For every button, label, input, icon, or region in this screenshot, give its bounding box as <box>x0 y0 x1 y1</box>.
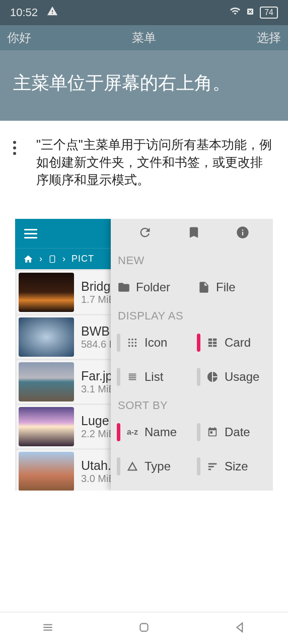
file-item[interactable]: Utah. 3.0 MiB <box>17 450 114 491</box>
file-name: BWB. <box>81 324 114 339</box>
svg-point-4 <box>135 339 137 341</box>
sort-size-icon <box>205 459 220 473</box>
file-list: Bridg 1.7 MiB BWB. 584.6 K Far.jp 3.1 Mi… <box>15 271 116 491</box>
menu-label: File <box>216 280 236 294</box>
menu-label: Usage <box>225 370 259 384</box>
battery-icon: 74 <box>260 7 278 19</box>
svg-point-7 <box>135 342 137 344</box>
nav-back-button[interactable] <box>234 621 247 636</box>
card-grid-icon <box>205 336 220 350</box>
screenshot-preview: › › PICT Bridg 1.7 MiB BWB. 584.6 K <box>15 219 273 491</box>
menu-label: List <box>145 370 163 384</box>
system-nav-bar <box>0 612 288 644</box>
chevron-right-icon: › <box>39 254 42 264</box>
menu-sort-size[interactable]: Size <box>195 450 273 482</box>
svg-point-6 <box>131 342 133 344</box>
status-bar: 10:52 74 <box>0 0 288 25</box>
section-new-label: NEW <box>111 248 273 271</box>
file-size: 3.1 MiB <box>81 383 114 395</box>
svg-rect-18 <box>129 376 136 377</box>
file-name: Bridg <box>81 279 114 294</box>
refresh-icon[interactable] <box>138 225 152 242</box>
pie-chart-icon <box>205 370 220 384</box>
breadcrumb-label: PICT <box>71 254 94 264</box>
svg-point-3 <box>131 339 133 341</box>
file-browser-header <box>15 219 116 248</box>
menu-sort-date[interactable]: Date <box>195 416 273 448</box>
overflow-menu-panel: NEW Folder File DISPLAY AS <box>111 219 273 491</box>
svg-point-9 <box>131 345 133 347</box>
svg-rect-13 <box>208 342 212 345</box>
warning-icon <box>47 6 58 20</box>
menu-display-list[interactable]: List <box>115 361 193 393</box>
file-thumbnail <box>19 452 74 491</box>
menu-label: Type <box>145 459 171 473</box>
wifi-icon <box>230 6 241 20</box>
nav-home-button[interactable] <box>137 621 151 636</box>
chevron-right-icon: › <box>62 254 65 264</box>
file-icon <box>197 280 211 294</box>
file-browser-panel: › › PICT Bridg 1.7 MiB BWB. 584.6 K <box>15 219 116 491</box>
header-bar: 你好 菜单 选择 <box>0 25 288 50</box>
menu-display-icon[interactable]: Icon <box>115 327 193 359</box>
svg-rect-17 <box>129 374 136 375</box>
menu-display-usage[interactable]: Usage <box>195 361 273 393</box>
description-row: "三个点"主菜单用于访问所有基本功能，例如创建新文件夹，文件和书签，或更改排序顺… <box>0 121 288 199</box>
home-icon <box>23 254 33 264</box>
svg-rect-22 <box>208 463 217 465</box>
hero-text: 主菜单位于屏幕的右上角。 <box>13 70 275 96</box>
status-time: 10:52 <box>10 6 38 19</box>
svg-rect-24 <box>208 469 211 470</box>
section-display-label: DISPLAY AS <box>111 303 273 327</box>
menu-label: Folder <box>136 280 170 294</box>
hero-section: 主菜单位于屏幕的右上角。 <box>0 50 288 121</box>
menu-new-folder[interactable]: Folder <box>115 271 193 303</box>
file-thumbnail <box>19 362 74 401</box>
file-item[interactable]: BWB. 584.6 K <box>17 315 114 359</box>
menu-sort-type[interactable]: Type <box>115 450 193 482</box>
calendar-icon <box>205 425 220 439</box>
svg-point-5 <box>128 342 130 344</box>
menu-display-card[interactable]: Card <box>195 327 273 359</box>
overflow-menu-icon <box>13 141 16 189</box>
triangle-icon <box>125 459 139 473</box>
hamburger-icon[interactable] <box>24 229 37 238</box>
folder-icon <box>117 280 131 294</box>
menu-top-actions <box>111 219 273 248</box>
bookmark-icon[interactable] <box>187 225 201 242</box>
file-size: 584.6 K <box>81 339 114 350</box>
nav-recent-button[interactable] <box>41 621 54 636</box>
menu-sort-name[interactable]: a-z Name <box>115 416 193 448</box>
breadcrumb[interactable]: › › PICT <box>15 248 116 269</box>
svg-rect-16 <box>213 345 217 347</box>
file-item[interactable]: Luge 2.2 MiB <box>17 405 114 448</box>
file-size: 3.0 MiB <box>81 473 114 485</box>
svg-rect-14 <box>213 342 217 345</box>
header-right-button[interactable]: 选择 <box>257 30 281 46</box>
file-item[interactable]: Far.jp 3.1 MiB <box>17 360 114 404</box>
signal-icon <box>246 6 255 19</box>
grid-dots-icon <box>125 336 139 350</box>
description-text: "三个点"主菜单用于访问所有基本功能，例如创建新文件夹，文件和书签，或更改排序顺… <box>36 136 275 189</box>
list-icon <box>125 370 139 384</box>
section-sort-label: SORT BY <box>111 393 273 416</box>
header-title: 菜单 <box>132 30 156 46</box>
file-thumbnail <box>19 273 74 312</box>
svg-rect-12 <box>213 339 217 341</box>
svg-point-2 <box>128 339 130 341</box>
menu-label: Size <box>225 459 248 473</box>
svg-rect-1 <box>50 256 54 262</box>
info-icon[interactable] <box>236 225 250 242</box>
file-thumbnail <box>19 407 74 446</box>
menu-label: Card <box>225 336 251 350</box>
file-name: Utah. <box>81 458 114 473</box>
menu-label: Date <box>225 425 250 439</box>
header-left-button[interactable]: 你好 <box>7 30 31 46</box>
menu-new-file[interactable]: File <box>195 271 273 303</box>
svg-point-8 <box>128 345 130 347</box>
file-item[interactable]: Bridg 1.7 MiB <box>17 271 114 314</box>
file-size: 1.7 MiB <box>81 294 114 305</box>
menu-label: Icon <box>145 336 167 350</box>
file-thumbnail <box>19 317 74 357</box>
svg-rect-19 <box>129 377 136 378</box>
